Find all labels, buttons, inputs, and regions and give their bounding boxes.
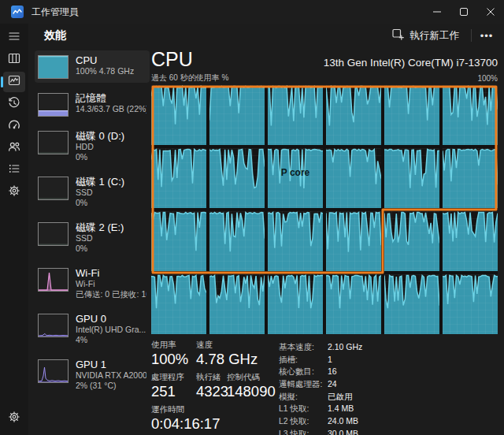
cpu-stats: 使用率100%速度4.78 GHz處理程序251執行緒4323控制代碼14809… [151,340,498,435]
stat-value: 148090 [227,382,274,400]
device-item-gpu0[interactable]: GPU 0Intel(R) UHD Gra...4% [35,309,150,349]
stat-value: 0:04:16:17 [151,415,274,433]
core-graph-16 [384,211,439,271]
sidebar-item-app-history[interactable] [3,94,25,114]
detail-label: L2 快取: [279,416,324,426]
device-item-wifi[interactable]: Wi-FiWi-Fi已傳送: 0 已接收: 16.0 K [35,263,150,303]
device-detail: NVIDIA RTX A2000 [76,370,146,381]
core-graph-12 [151,211,206,271]
users-icon [7,139,21,157]
cpu-stat: 處理程序251 [151,372,196,400]
hamburger-icon [7,29,21,46]
core-graph-21 [326,274,381,334]
core-graph-0 [151,85,206,145]
p-core-label: P core [268,167,323,178]
sidebar-item-users[interactable] [3,138,25,158]
detail-label: 邏輯處理器: [279,379,324,389]
device-detail: 4% [76,335,146,345]
core-usage-grid: P core [151,85,498,334]
stat-label: 處理程序 [151,372,196,382]
device-detail: 0% [76,244,124,254]
device-item-memory[interactable]: 記憶體14.3/63.7 GB (22%) [35,88,150,121]
device-item-gpu1[interactable]: GPU 1NVIDIA RTX A20002% (31 °C) [35,355,150,395]
detail-value: 1 [324,355,332,365]
history-icon [7,95,21,113]
detail-value: 24 [324,379,337,389]
gauge-icon [7,117,21,135]
device-detail: SSD [76,188,124,198]
app-icon [11,6,24,18]
run-new-task-button[interactable]: 執行新工作 [384,24,468,46]
core-graph-2 [268,85,323,145]
graph-scale-label: 100% [477,74,498,83]
device-detail: 14.3/63.7 GB (22%) [76,104,146,114]
detail-value: 16 [324,366,337,377]
processes-icon [7,51,21,69]
sidebar-item-services[interactable] [3,182,25,203]
device-detail: HDD [76,142,124,152]
core-graph-17 [443,211,498,271]
menu-button[interactable] [3,28,25,48]
stat-label: 使用率 [151,340,196,350]
task-manager-window: 工作管理員 [0,0,504,435]
device-item-disk2[interactable]: 磁碟 2 (E:)SSD0% [35,217,150,258]
device-item-disk0[interactable]: 磁碟 0 (D:)HDD0% [35,126,150,166]
detail-value: 2.10 GHz [324,342,362,352]
device-thumbnail-cpu [38,55,69,79]
more-options-button[interactable]: ••• [476,27,498,44]
cpu-detail-row: L1 快取:1.4 MB [279,403,362,414]
sidebar-item-performance[interactable] [3,72,25,92]
detail-label: 插槽: [279,355,324,365]
detail-label: 核心數目: [279,366,324,377]
core-graph-11 [443,148,498,208]
new-task-icon [391,28,405,43]
stat-label: 速度 [196,340,274,350]
maximize-button[interactable] [450,0,477,24]
sidebar-item-startup-apps[interactable] [3,116,25,136]
device-thumbnail-disk2 [38,222,69,246]
minimize-button[interactable] [424,0,450,24]
detail-value: 24.0 MB [324,416,358,426]
titlebar: 工作管理員 [0,0,504,24]
page-header: 效能 執行新工作 ••• [28,24,504,47]
device-name: CPU [76,54,134,66]
core-graph-18 [151,274,206,334]
settings-button[interactable] [3,408,25,429]
device-name: 磁碟 0 (D:) [76,130,124,142]
cpu-detail-row: L3 快取:30.0 MB [279,429,362,435]
stat-value: 4.78 GHz [196,350,274,368]
device-name: 磁碟 2 (E:) [76,221,124,233]
core-graph-15 [326,211,381,271]
cpu-stat: 運作時間0:04:16:17 [151,404,274,433]
device-item-cpu[interactable]: CPU100% 4.78 GHz [35,50,150,83]
device-thumbnail-gpu0 [38,314,69,337]
sidebar-item-processes[interactable] [3,50,25,70]
cpu-stats-left: 使用率100%速度4.78 GHz處理程序251執行緒4323控制代碼14809… [151,340,276,435]
core-grid [151,85,498,334]
device-thumbnail-memory [38,93,69,117]
sidebar-item-details[interactable] [3,160,25,180]
cpu-detail-row: 基本速度:2.10 GHz [279,342,362,352]
close-button[interactable] [477,0,504,24]
core-graph-9 [326,148,381,208]
device-detail: 2% (31 °C) [76,381,146,391]
core-graph-23 [443,274,498,334]
window-title: 工作管理員 [32,6,79,19]
detail-value: 30.0 MB [324,429,358,435]
content-area: 效能 執行新工作 ••• CPU100% 4.78 GHz記憶體14.3/63.… [28,24,504,435]
cpu-detail-row: 邏輯處理器:24 [279,379,362,389]
core-graph-4 [384,85,439,145]
processor-name: 13th Gen Intel(R) Core(TM) i7-13700 [324,57,498,69]
gear-icon [7,410,21,427]
stat-label: 執行緒 [196,372,227,382]
page-title: 效能 [44,28,66,43]
detail-label: L3 快取: [279,429,324,435]
core-graph-13 [209,211,265,271]
device-name: GPU 1 [76,359,146,370]
stat-label: 控制代碼 [227,372,274,382]
device-list: CPU100% 4.78 GHz記憶體14.3/63.7 GB (22%)磁碟 … [28,47,150,435]
navigation-rail [0,24,28,435]
device-item-disk1[interactable]: 磁碟 1 (C:)SSD0% [35,172,150,212]
core-graph-6 [151,148,206,208]
detail-value: 1.4 MB [324,403,354,414]
